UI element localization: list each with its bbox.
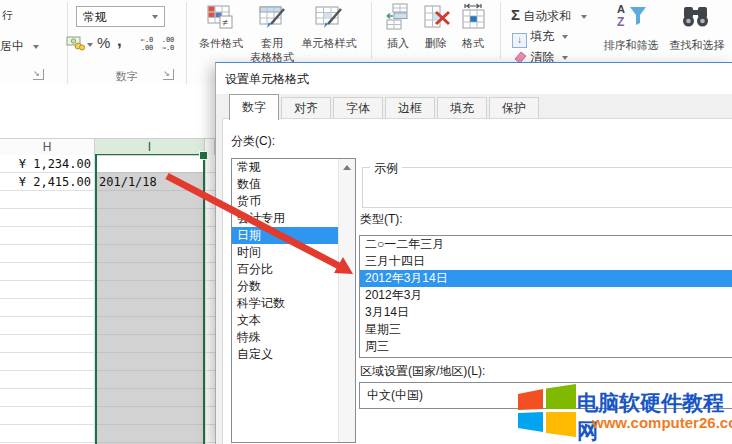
merge-center-button[interactable]: 居中 xyxy=(0,38,39,55)
category-item[interactable]: 时间 xyxy=(232,244,338,261)
column-header-h[interactable]: H xyxy=(0,139,95,156)
dialog-tab[interactable]: 数字 xyxy=(229,94,279,120)
number-tab-panel: 分类(C): 常规数值货币会计专用日期时间百分比分数科学记数文本特殊自定义 示例… xyxy=(222,118,732,444)
accounting-format-button[interactable] xyxy=(66,35,85,55)
cell-grid[interactable]: ¥ 1,234.00 ¥ 2,415.00 201/1/18 xyxy=(0,155,215,444)
sigma-icon: Σ xyxy=(511,6,520,23)
type-item[interactable]: 2012年3月14日 xyxy=(360,270,732,287)
launcher-arrow-icon: ↘ xyxy=(163,69,170,78)
increase-decimal-button[interactable]: ←.0 .00 xyxy=(137,36,157,52)
alignment-dialog-launcher[interactable]: ↘ xyxy=(33,69,44,80)
insert-label: 插入 xyxy=(381,36,415,51)
category-item[interactable]: 常规 xyxy=(232,159,338,176)
percent-style-button[interactable]: % xyxy=(97,34,110,51)
column-selection[interactable] xyxy=(95,155,205,444)
chevron-down-icon[interactable] xyxy=(87,43,93,47)
cell-styles-button[interactable] xyxy=(314,3,344,35)
number-format-dropdown[interactable]: 常规 xyxy=(76,6,165,27)
chevron-down-icon xyxy=(562,56,568,60)
fill-down-icon: ↓ xyxy=(512,33,527,48)
listbox-scrollbar[interactable] xyxy=(338,159,355,442)
spreadsheet: H I ¥ 1,234.00 ¥ 2,415.00 201/1/18 xyxy=(0,85,215,444)
autosum-label: 自动求和 xyxy=(523,9,571,23)
column-header-i[interactable]: I xyxy=(95,139,205,156)
find-select-button[interactable] xyxy=(681,3,711,35)
sample-groupbox xyxy=(362,167,732,208)
cell-i2[interactable]: 201/1/18 xyxy=(99,174,157,192)
type-listbox[interactable]: 二○一二年三月三月十四日2012年3月14日2012年3月3月14日星期三周三 xyxy=(359,235,732,358)
category-item[interactable]: 文本 xyxy=(232,312,338,329)
type-item[interactable]: 周三 xyxy=(360,338,732,355)
category-item[interactable]: 日期 xyxy=(232,227,338,244)
chevron-down-icon xyxy=(33,45,39,49)
merge-center-label: 居中 xyxy=(0,39,24,53)
category-item[interactable]: 自定义 xyxy=(232,346,338,363)
group-separator xyxy=(371,2,372,59)
increase-decimal-bottom: .00 xyxy=(141,44,154,52)
conditional-format-icon: ≠ xyxy=(206,3,234,31)
category-item[interactable]: 百分比 xyxy=(232,261,338,278)
sort-filter-icon: A Z xyxy=(615,1,649,31)
conditional-format-label: 条件格式 xyxy=(192,36,250,51)
chevron-down-icon xyxy=(562,35,568,39)
category-item[interactable]: 货币 xyxy=(232,193,338,210)
type-item[interactable]: 二○一二年三月 xyxy=(360,236,732,253)
category-item[interactable]: 会计专用 xyxy=(232,210,338,227)
active-cell[interactable] xyxy=(97,156,203,172)
decrease-decimal-bottom: →.0 xyxy=(162,44,175,52)
type-label: 类型(T): xyxy=(360,211,403,228)
insert-cells-button[interactable] xyxy=(385,3,413,35)
comma-style-button[interactable]: , xyxy=(117,31,122,51)
locale-dropdown[interactable]: 中文(中国) xyxy=(359,382,732,409)
group-separator xyxy=(500,2,501,59)
category-item[interactable]: 分数 xyxy=(232,278,338,295)
dialog-tab[interactable]: 保护 xyxy=(489,97,539,120)
insert-cells-icon xyxy=(385,3,413,31)
locale-value: 中文(中国) xyxy=(367,388,423,402)
category-item[interactable]: 科学记数 xyxy=(232,295,338,312)
column-headers: H I xyxy=(0,138,215,156)
format-cells-icon xyxy=(460,3,488,31)
type-item[interactable]: 2012年3月 xyxy=(360,287,732,304)
format-cells-button[interactable] xyxy=(460,3,488,35)
cell-styles-icon xyxy=(314,3,344,31)
dialog-tab[interactable]: 字体 xyxy=(333,97,383,120)
binoculars-icon xyxy=(681,3,711,31)
category-item[interactable]: 特殊 xyxy=(232,329,338,346)
autosum-button[interactable]: Σ 自动求和 xyxy=(511,6,587,25)
dialog-tab[interactable]: 对齐 xyxy=(281,97,331,120)
number-format-value: 常规 xyxy=(83,10,107,24)
number-dialog-launcher[interactable]: ↘ xyxy=(163,69,174,80)
type-item[interactable]: 三月十四日 xyxy=(360,253,732,270)
category-listbox[interactable]: 常规数值货币会计专用日期时间百分比分数科学记数文本特殊自定义 xyxy=(231,158,356,443)
sort-filter-button[interactable]: A Z xyxy=(615,1,649,35)
sort-filter-label: 排序和筛选 xyxy=(596,38,666,53)
dialog-tab[interactable]: 填充 xyxy=(437,97,487,120)
delete-cells-button[interactable] xyxy=(423,3,451,35)
dialog-tab[interactable]: 边框 xyxy=(385,97,435,120)
decrease-decimal-button[interactable]: .00 →.0 xyxy=(158,36,178,52)
gridline xyxy=(205,155,206,444)
delete-cells-icon xyxy=(423,3,451,31)
format-as-table-button[interactable] xyxy=(258,3,288,35)
format-as-table-icon xyxy=(258,3,288,31)
fill-button[interactable]: ↓ 填充 xyxy=(512,28,568,48)
fill-label: 填充 xyxy=(530,29,554,43)
sample-label: 示例 xyxy=(370,160,402,177)
increase-decimal-top: ←.0 xyxy=(141,36,154,44)
cell-h2[interactable]: ¥ 2,415.00 xyxy=(0,174,91,192)
cell-styles-label: 单元格样式 xyxy=(296,36,362,51)
dialog-titlebar[interactable]: 设置单元格格式 xyxy=(216,63,732,94)
category-label: 分类(C): xyxy=(231,133,275,150)
type-item[interactable]: 星期三 xyxy=(360,321,732,338)
currency-icon xyxy=(66,35,85,51)
conditional-format-button[interactable]: ≠ xyxy=(206,3,234,35)
decrease-decimal-top: .00 xyxy=(162,36,175,44)
fill-handle[interactable] xyxy=(199,151,208,160)
wrap-text-label-partial: 行 xyxy=(2,8,13,23)
type-item[interactable]: 3月14日 xyxy=(360,304,732,321)
delete-label: 删除 xyxy=(419,36,453,51)
category-item[interactable]: 数值 xyxy=(232,176,338,193)
cell-h1[interactable]: ¥ 1,234.00 xyxy=(0,156,91,174)
launcher-arrow-icon: ↘ xyxy=(33,69,40,78)
